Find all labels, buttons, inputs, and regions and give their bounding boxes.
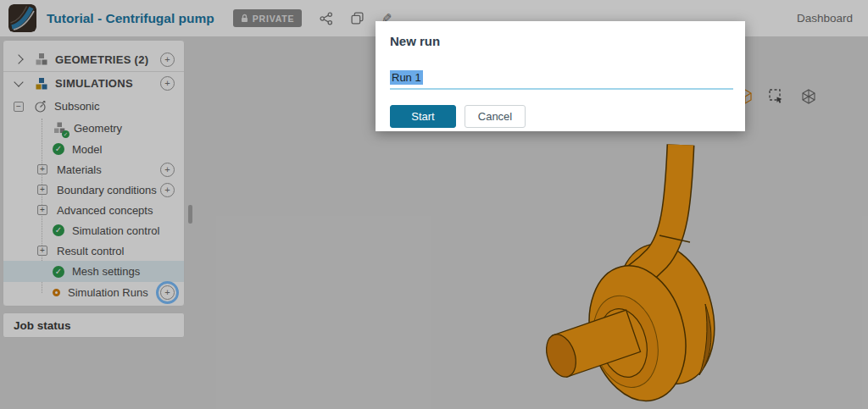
dialog-actions: Start Cancel (390, 105, 733, 128)
start-button[interactable]: Start (390, 105, 456, 128)
run-name-input[interactable]: Run 1 (390, 71, 733, 90)
dialog-title: New run (390, 34, 733, 48)
run-name-value: Run 1 (390, 70, 423, 85)
cancel-button[interactable]: Cancel (465, 105, 526, 128)
new-run-dialog: New run Run 1 Start Cancel (376, 21, 745, 131)
